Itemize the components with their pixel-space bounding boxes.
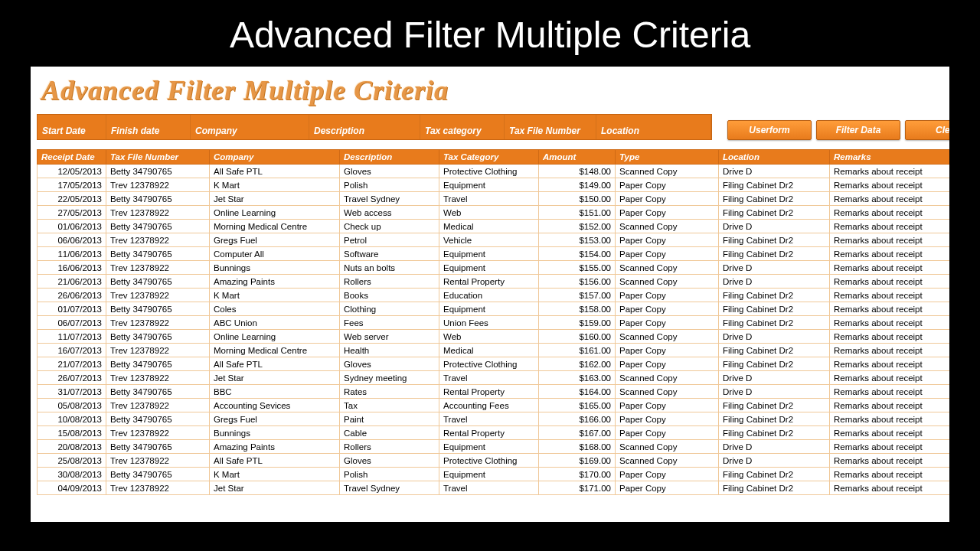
- cell[interactable]: Paper Copy: [616, 357, 719, 371]
- cell[interactable]: Jet Star: [210, 481, 340, 495]
- cell[interactable]: Equipment: [439, 302, 539, 316]
- cell[interactable]: Medical: [439, 344, 539, 357]
- cell[interactable]: Betty 34790765: [106, 247, 210, 261]
- cell[interactable]: Trev 12378922: [106, 289, 210, 302]
- cell[interactable]: Petrol: [340, 233, 439, 247]
- cell[interactable]: Paper Copy: [616, 289, 719, 302]
- cell[interactable]: $169.00: [539, 454, 616, 468]
- cell[interactable]: Nuts an bolts: [340, 261, 439, 275]
- column-header[interactable]: Company: [210, 150, 340, 165]
- cell[interactable]: Scanned Copy: [616, 371, 719, 385]
- cell[interactable]: Remarks about receipt: [830, 206, 950, 220]
- column-header[interactable]: Description: [340, 150, 439, 165]
- cell[interactable]: Remarks about receipt: [830, 220, 950, 233]
- cell[interactable]: $170.00: [539, 468, 616, 481]
- cell[interactable]: Paper Copy: [616, 302, 719, 316]
- cell[interactable]: Gregs Fuel: [210, 412, 340, 426]
- cell[interactable]: Equipment: [439, 440, 539, 454]
- cell[interactable]: Filing Cabinet Dr2: [719, 192, 830, 206]
- cell[interactable]: $150.00: [539, 192, 616, 206]
- cell[interactable]: Remarks about receipt: [830, 233, 950, 247]
- cell[interactable]: $159.00: [539, 316, 616, 330]
- cell[interactable]: 16/07/2013: [38, 344, 106, 357]
- cell[interactable]: Paper Copy: [616, 247, 719, 261]
- table-row[interactable]: 30/08/2013Betty 34790765K MartPolishEqui…: [38, 468, 950, 481]
- cell[interactable]: Remarks about receipt: [830, 371, 950, 385]
- cell[interactable]: Betty 34790765: [106, 440, 210, 454]
- cell[interactable]: $158.00: [539, 302, 616, 316]
- cell[interactable]: 27/05/2013: [38, 206, 106, 220]
- cell[interactable]: Sydney meeting: [340, 371, 439, 385]
- cell[interactable]: Betty 34790765: [106, 357, 210, 371]
- table-row[interactable]: 26/06/2013Trev 12378922K MartBooksEducat…: [38, 289, 950, 302]
- criteria-header[interactable]: Description: [309, 115, 420, 139]
- cell[interactable]: Remarks about receipt: [830, 261, 950, 275]
- cell[interactable]: Remarks about receipt: [830, 289, 950, 302]
- cell[interactable]: Trev 12378922: [106, 371, 210, 385]
- cell[interactable]: Travel: [439, 192, 539, 206]
- cell[interactable]: $168.00: [539, 440, 616, 454]
- cell[interactable]: $167.00: [539, 426, 616, 440]
- cell[interactable]: Betty 34790765: [106, 192, 210, 206]
- cell[interactable]: Scanned Copy: [616, 385, 719, 399]
- cell[interactable]: 15/08/2013: [38, 426, 106, 440]
- cell[interactable]: Polish: [340, 468, 439, 481]
- cell[interactable]: Amazing Paints: [210, 275, 340, 289]
- cell[interactable]: Remarks about receipt: [830, 481, 950, 495]
- cell[interactable]: 01/06/2013: [38, 220, 106, 233]
- cell[interactable]: Rental Property: [439, 385, 539, 399]
- cell[interactable]: Filing Cabinet Dr2: [719, 289, 830, 302]
- cell[interactable]: 22/05/2013: [38, 192, 106, 206]
- cell[interactable]: Trev 12378922: [106, 316, 210, 330]
- criteria-header[interactable]: Company: [191, 115, 309, 139]
- cell[interactable]: Remarks about receipt: [830, 247, 950, 261]
- cell[interactable]: Remarks about receipt: [830, 178, 950, 192]
- column-header[interactable]: Remarks: [830, 150, 950, 165]
- cell[interactable]: Online Learning: [210, 330, 340, 344]
- cell[interactable]: Paper Copy: [616, 468, 719, 481]
- cell[interactable]: 12/05/2013: [38, 165, 106, 178]
- cell[interactable]: Bunnings: [210, 261, 340, 275]
- cell[interactable]: Remarks about receipt: [830, 330, 950, 344]
- cell[interactable]: Remarks about receipt: [830, 426, 950, 440]
- cell[interactable]: Drive D: [719, 454, 830, 468]
- cell[interactable]: Betty 34790765: [106, 220, 210, 233]
- userform-button[interactable]: Userform: [727, 120, 812, 140]
- cell[interactable]: Filing Cabinet Dr2: [719, 178, 830, 192]
- cell[interactable]: Computer All: [210, 247, 340, 261]
- cell[interactable]: Remarks about receipt: [830, 275, 950, 289]
- cell[interactable]: $148.00: [539, 165, 616, 178]
- cell[interactable]: Online Learning: [210, 206, 340, 220]
- cell[interactable]: Paper Copy: [616, 426, 719, 440]
- table-row[interactable]: 22/05/2013Betty 34790765Jet StarTravel S…: [38, 192, 950, 206]
- cell[interactable]: Betty 34790765: [106, 412, 210, 426]
- cell[interactable]: Drive D: [719, 275, 830, 289]
- cell[interactable]: Gloves: [340, 454, 439, 468]
- criteria-header[interactable]: Finish date: [106, 115, 191, 139]
- cell[interactable]: 31/07/2013: [38, 385, 106, 399]
- cell[interactable]: Scanned Copy: [616, 261, 719, 275]
- cell[interactable]: Equipment: [439, 468, 539, 481]
- cell[interactable]: Scanned Copy: [616, 165, 719, 178]
- cell[interactable]: Amazing Paints: [210, 440, 340, 454]
- table-row[interactable]: 04/09/2013Trev 12378922Jet StarTravel Sy…: [38, 481, 950, 495]
- cell[interactable]: Travel: [439, 412, 539, 426]
- table-row[interactable]: 16/06/2013Trev 12378922BunningsNuts an b…: [38, 261, 950, 275]
- cell[interactable]: Protective Clothing: [439, 357, 539, 371]
- cell[interactable]: Paper Copy: [616, 399, 719, 412]
- cell[interactable]: Remarks about receipt: [830, 357, 950, 371]
- cell[interactable]: 26/06/2013: [38, 289, 106, 302]
- cell[interactable]: Union Fees: [439, 316, 539, 330]
- cell[interactable]: Web: [439, 330, 539, 344]
- cell[interactable]: Morning Medical Centre: [210, 220, 340, 233]
- cell[interactable]: 16/06/2013: [38, 261, 106, 275]
- cell[interactable]: Paper Copy: [616, 178, 719, 192]
- cell[interactable]: Scanned Copy: [616, 220, 719, 233]
- cell[interactable]: Health: [340, 344, 439, 357]
- cell[interactable]: 05/08/2013: [38, 399, 106, 412]
- cell[interactable]: $155.00: [539, 261, 616, 275]
- cell[interactable]: $149.00: [539, 178, 616, 192]
- cell[interactable]: Tax: [340, 399, 439, 412]
- criteria-header[interactable]: Location: [596, 115, 711, 139]
- criteria-header[interactable]: Tax File Number: [505, 115, 596, 139]
